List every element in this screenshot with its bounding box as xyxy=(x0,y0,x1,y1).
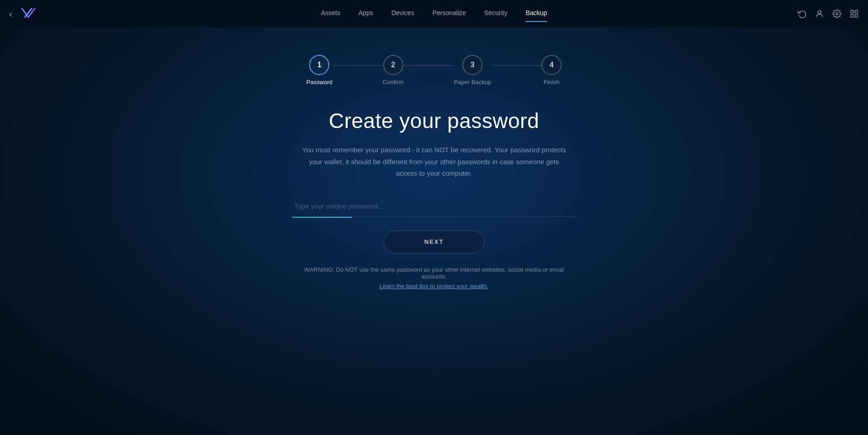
logo xyxy=(20,4,37,23)
step-2-label: Confirm xyxy=(383,79,404,86)
main-content: 1 Password 2 Confirm 3 Paper Backup 4 Fi… xyxy=(0,27,868,290)
svg-rect-5 xyxy=(851,11,854,13)
nav-personalize[interactable]: Personalize xyxy=(433,9,466,18)
step-4: 4 Finish xyxy=(541,55,562,86)
step-1: 1 Password xyxy=(306,55,332,86)
password-field-wrapper xyxy=(292,196,576,218)
nav-assets[interactable]: Assets xyxy=(321,9,340,18)
step-connector-2 xyxy=(403,65,454,66)
step-connector-3 xyxy=(491,65,541,66)
form-content: Create your password You must remember y… xyxy=(292,108,576,290)
history-icon[interactable] xyxy=(798,9,807,18)
step-4-circle: 4 xyxy=(541,55,562,75)
step-connector-1 xyxy=(332,65,383,66)
settings-icon[interactable] xyxy=(832,9,841,18)
grid-icon[interactable] xyxy=(850,9,859,18)
stepper: 1 Password 2 Confirm 3 Paper Backup 4 Fi… xyxy=(306,55,562,86)
svg-rect-6 xyxy=(855,11,858,13)
svg-point-4 xyxy=(836,13,838,15)
step-2-circle: 2 xyxy=(383,55,403,75)
step-3: 3 Paper Backup xyxy=(454,55,491,86)
step-2: 2 Confirm xyxy=(383,55,404,86)
svg-rect-7 xyxy=(851,15,854,17)
back-button[interactable]: ‹ xyxy=(9,9,12,19)
step-1-circle: 1 xyxy=(309,55,329,75)
page-title: Create your password xyxy=(329,108,539,133)
input-underline xyxy=(292,217,352,218)
nav-apps[interactable]: Apps xyxy=(359,9,373,18)
nav-devices[interactable]: Devices xyxy=(391,9,414,18)
nav-backup[interactable]: Backup xyxy=(525,9,547,18)
warning-text: WARNING: Do NOT use the same password as… xyxy=(292,266,576,280)
step-3-label: Paper Backup xyxy=(454,79,491,86)
password-input[interactable] xyxy=(292,196,576,217)
navbar: ‹ Assets Apps Devices Personalize Securi… xyxy=(0,0,868,27)
nav-security[interactable]: Security xyxy=(484,9,508,18)
step-3-circle: 3 xyxy=(462,55,482,75)
page-description: You must remember your password - it can… xyxy=(301,144,567,179)
next-button[interactable]: NEXT xyxy=(384,231,484,253)
svg-point-3 xyxy=(818,11,821,14)
step-1-label: Password xyxy=(306,79,332,86)
user-icon[interactable] xyxy=(815,9,824,18)
step-4-label: Finish xyxy=(544,79,560,86)
nav-links: Assets Apps Devices Personalize Security… xyxy=(321,9,547,18)
svg-line-2 xyxy=(25,9,32,17)
learn-link[interactable]: Learn the best tips to protect your weal… xyxy=(380,283,488,290)
nav-icons xyxy=(798,9,859,18)
svg-rect-8 xyxy=(855,15,858,17)
